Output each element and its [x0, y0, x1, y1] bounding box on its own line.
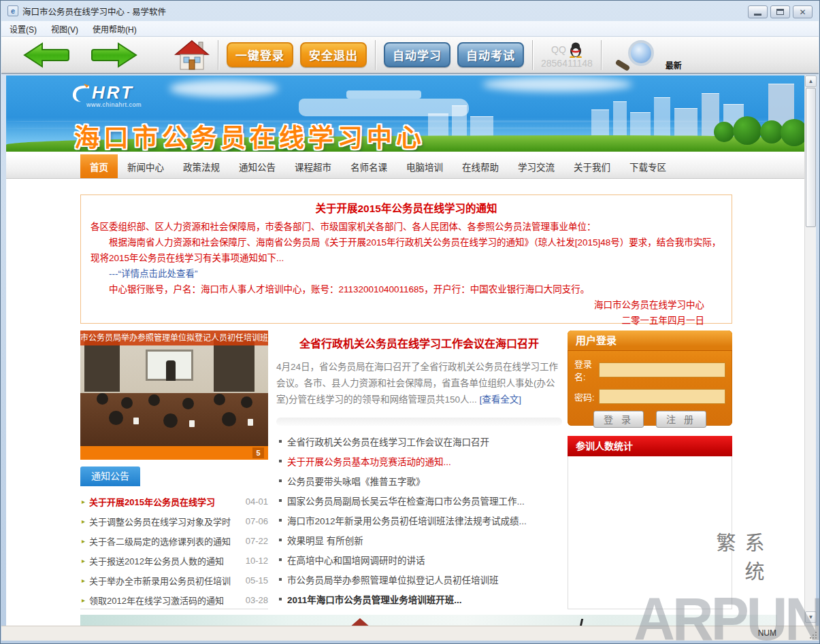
bullet-arrow-icon: ▸: [82, 537, 85, 545]
username-label: 登录名:: [574, 357, 599, 383]
article-link[interactable]: 效果明显 有所创新: [276, 530, 562, 549]
qq-contact[interactable]: QQ 2856411148: [541, 41, 593, 69]
username-input[interactable]: [599, 362, 725, 377]
article-link[interactable]: 在高培中心和国培网调研时的讲话: [276, 549, 562, 569]
bullet-arrow-icon: ▸: [82, 577, 85, 584]
notice-board-item[interactable]: ▸ 领取2012年在线学习激活码的通知 03-28: [80, 590, 268, 610]
close-icon: ✕: [799, 8, 806, 16]
nav-item[interactable]: 关于我们: [564, 154, 620, 178]
toolbar-separator: [601, 40, 602, 70]
password-label: 密码:: [574, 390, 599, 403]
nav-item[interactable]: 电脑培训: [397, 154, 453, 178]
toolbar: 一键登录 安全退出 自动学习 自动考试 QQ 2856411148: [1, 37, 819, 74]
maximize-icon: [776, 9, 784, 15]
scrollbar-thumb[interactable]: [806, 88, 816, 227]
forward-icon[interactable]: [90, 41, 139, 69]
menu-item[interactable]: 设置(S): [3, 22, 43, 36]
one-key-login-button[interactable]: 一键登录: [227, 42, 293, 67]
scroll-up-button[interactable]: ▲: [805, 75, 817, 87]
bullet-square-icon: [279, 539, 282, 541]
menu-item[interactable]: 使用帮助(H): [86, 22, 143, 36]
roof-graphic: [349, 618, 371, 626]
notice-signature: 海口市公务员在线学习中心: [91, 297, 722, 313]
article-title[interactable]: 全省行政机关公务员在线学习工作会议在海口召开: [276, 335, 562, 351]
slideshow-caption: 市公务员局举办参照管理单位拟登记人员初任培训班: [80, 331, 268, 345]
minimize-button[interactable]: [748, 5, 768, 18]
vertical-scrollbar[interactable]: ▲ ▼: [804, 75, 816, 626]
site-banner: HRT www.chinahrt.com 海口市公务员在线学习中心: [6, 75, 804, 152]
slideshow-page-badge[interactable]: 5: [252, 447, 264, 458]
bullet-arrow-icon: ▸: [82, 498, 85, 505]
toolbar-separator: [375, 40, 376, 70]
ship-graphic: [299, 99, 469, 116]
home-icon[interactable]: [174, 39, 210, 71]
close-button[interactable]: ✕: [793, 5, 813, 18]
notice-date: 二零一五年四月一日: [91, 313, 722, 328]
article-link[interactable]: 全省行政机关公务员在线学习工作会议在海口召开: [276, 431, 562, 451]
notice-board-item[interactable]: ▸ 关于各二级局定的选修课列表的通知 07-22: [80, 531, 268, 551]
back-icon[interactable]: [22, 41, 71, 69]
logo-swoosh-icon: [69, 83, 92, 103]
nav-item[interactable]: 首页: [80, 154, 118, 178]
article-links: 全省行政机关公务员在线学习工作会议在海口召开 关于开展公务员基本功竞赛活动的通知…: [276, 431, 562, 626]
login-title: 用户登录: [568, 331, 732, 351]
safe-exit-button[interactable]: 安全退出: [300, 42, 367, 67]
bullet-arrow-icon: ▸: [82, 596, 85, 604]
titlebar: e 海口市公务员在线学习中心 - 易学软件 ✕: [1, 1, 819, 21]
latest-search[interactable]: 最新: [610, 38, 682, 72]
maximize-button[interactable]: [770, 5, 790, 18]
notice-detail-link[interactable]: ---“详情点击此处查看”: [91, 266, 722, 282]
scroll-down-button[interactable]: ▼: [805, 611, 817, 623]
nav-item[interactable]: 课程超市: [285, 154, 341, 178]
notice-board-item[interactable]: ▸ 关于报送2012年公务员人数的通知 10-12: [80, 551, 268, 571]
bullet-square-icon: [279, 558, 282, 561]
nav-item[interactable]: 在线帮助: [453, 154, 508, 178]
notice-board-item[interactable]: ▸ 关于开展2015年公务员在线学习 04-01: [80, 492, 268, 511]
logo-site: www.chinahrt.com: [86, 101, 142, 108]
auto-study-button[interactable]: 自动学习: [384, 42, 450, 67]
bottom-image-strip: [80, 615, 777, 626]
banner-title: 海口市公务员在线学习中心: [74, 118, 425, 152]
qq-number: 2856411148: [541, 58, 593, 69]
article-link[interactable]: 公务员要带头咏唱《推普五字歌》: [276, 471, 562, 490]
register-button[interactable]: 注 册: [656, 411, 706, 428]
article-link[interactable]: 市公务员局举办参照管理单位拟登记人员初任培训班: [276, 569, 562, 589]
nav-item[interactable]: 新闻中心: [118, 154, 174, 178]
resize-grip[interactable]: [808, 630, 817, 639]
window-title: 海口市公务员在线学习中心 - 易学软件: [22, 5, 166, 18]
nav-item[interactable]: 政策法规: [174, 154, 229, 178]
qq-penguin-icon: [569, 41, 583, 58]
app-icon: e: [7, 5, 18, 16]
bullet-square-icon: [279, 598, 282, 600]
notice-box: 关于开展2015年公务员在线学习的通知 各区委组织部、区人力资源和社会保障局，市…: [80, 194, 732, 324]
chrt-logo: HRT www.chinahrt.com: [69, 82, 142, 108]
auto-exam-button[interactable]: 自动考试: [457, 42, 524, 67]
password-input[interactable]: [599, 389, 725, 404]
notice-board-tab[interactable]: 通知公告: [80, 467, 140, 486]
notice-board-item[interactable]: ▸ 关于调整公务员在线学习对象及学时 07-06: [80, 511, 268, 531]
notice-line1: 各区委组织部、区人力资源和社会保障局，市委各部门、市级国家机关各部门、各人民团体…: [91, 219, 722, 235]
notice-board: 通知公告 ▸ 关于开展2015年公务员在线学习 04-01 ▸ 关于调整公务员在…: [80, 467, 268, 609]
system-busy-overlay: 系统繁: [710, 532, 767, 617]
login-button[interactable]: 登 录: [593, 411, 644, 428]
nav-item[interactable]: 下载专区: [620, 154, 676, 178]
article-link[interactable]: 海口市2012年新录用公务员初任培训班法律法规考试成绩...: [276, 510, 562, 530]
nav-item[interactable]: 名师名课: [341, 154, 397, 178]
pole-graphic: [580, 619, 583, 626]
notice-board-item[interactable]: ▸ 关于举办全市新录用公务员初任培训 05-15: [80, 571, 268, 590]
article-link[interactable]: 2011年海口市公务员管理业务培训班开班...: [276, 589, 562, 609]
article-link[interactable]: 国家公务员局副局长吴云华在检查海口市公务员管理工作...: [276, 490, 562, 510]
toolbar-separator: [532, 40, 533, 70]
menu-item[interactable]: 视图(V): [45, 22, 84, 36]
stats-title: 参训人数统计: [568, 436, 732, 456]
nav-item[interactable]: 通知公告: [229, 154, 285, 178]
statusbar: NUM: [1, 626, 819, 641]
bullet-arrow-icon: ▸: [82, 557, 85, 564]
logo-text: HRT: [92, 82, 134, 103]
main-nav: 首页新闻中心政策法规通知公告课程超市名师名课电脑培训在线帮助学习交流关于我们下载…: [6, 154, 804, 179]
notice-title: 关于开展2015年公务员在线学习的通知: [91, 201, 722, 216]
read-more-link[interactable]: [查看全文]: [480, 394, 522, 405]
article-link[interactable]: 关于开展公务员基本功竞赛活动的通知...: [276, 451, 562, 471]
nav-item[interactable]: 学习交流: [508, 154, 564, 178]
photo-slideshow[interactable]: 市公务员局举办参照管理单位拟登记人员初任培训班 5: [80, 331, 268, 460]
